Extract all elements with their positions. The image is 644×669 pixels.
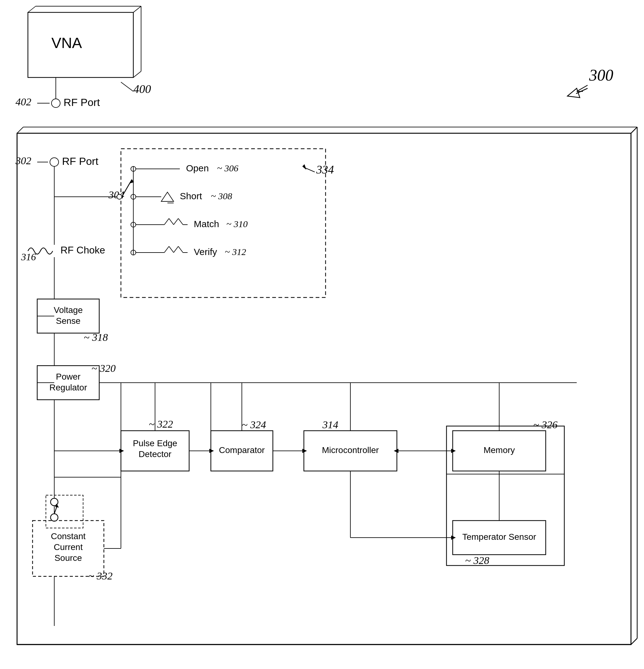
switch-ref-label: 304 [108, 189, 124, 200]
system-ref-label: 300 [589, 66, 613, 84]
temp-sensor-ref-label: ~ 328 [465, 555, 489, 566]
diagram-container: VNA 400 402 RF Port 300 [0, 0, 644, 669]
pulse-edge-label: Pulse Edge [133, 439, 177, 448]
svg-point-10 [52, 99, 60, 108]
const-current-label3: Source [55, 553, 82, 563]
svg-point-83 [51, 514, 58, 521]
verify-ref-label: ~ 312 [225, 247, 246, 257]
cal-block-ref-label: 334 [316, 163, 334, 176]
power-reg-label2: Regulator [49, 383, 87, 392]
match-ref-label: ~ 310 [226, 219, 248, 229]
open-ref-label: ~ 306 [217, 163, 238, 173]
rf-port-top-ref-label: 402 [15, 96, 31, 108]
microcontroller-ref-label: 314 [322, 419, 338, 430]
voltage-sense-label2: Sense [56, 316, 80, 326]
svg-point-24 [50, 158, 59, 167]
vna-ref-label: 400 [133, 82, 151, 96]
memory-ref-label: ~ 326 [533, 419, 558, 430]
comparator-ref-label: ~ 324 [242, 419, 266, 430]
rf-choke-ref-label: 316 [21, 251, 36, 262]
rf-port-main-ref-label: 302 [15, 155, 31, 167]
rf-port-top-label: RF Port [64, 96, 100, 108]
comparator-label: Comparator [219, 445, 265, 455]
voltage-sense-label: Voltage [54, 305, 83, 315]
const-current-ref-label: ~ 332 [88, 570, 113, 582]
const-current-label: Constant [51, 531, 86, 541]
short-label: Short [180, 191, 202, 201]
power-reg-label: Power [56, 372, 80, 382]
match-label: Match [194, 219, 219, 229]
microcontroller-label: Microcontroller [322, 445, 379, 455]
vna-label: VNA [52, 35, 82, 51]
verify-label: Verify [194, 247, 217, 257]
rf-choke-label: RF Choke [60, 244, 105, 256]
voltage-sense-ref-label: ~ 318 [84, 331, 108, 343]
power-reg-ref-label: ~ 320 [92, 362, 116, 374]
memory-label: Memory [484, 445, 515, 455]
open-label: Open [186, 163, 209, 173]
rf-port-main-label: RF Port [62, 155, 99, 167]
temp-sensor-label: Temperator Sensor [462, 532, 536, 542]
svg-point-52 [117, 194, 122, 199]
pulse-edge-label2: Detector [139, 449, 171, 459]
pulse-edge-ref-label: ~ 322 [149, 418, 173, 430]
short-ref-label: ~ 308 [211, 191, 232, 201]
const-current-label2: Current [54, 542, 83, 552]
